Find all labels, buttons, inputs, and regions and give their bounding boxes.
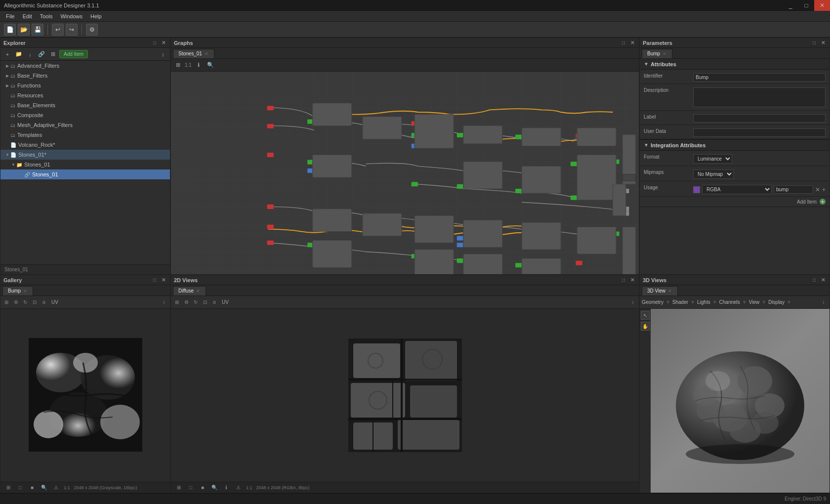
gallery-settings-icon[interactable]: ⚙ — [12, 298, 20, 306]
tree-composite[interactable]: 🗂 Composite — [0, 110, 170, 120]
3d-view-btn[interactable]: View — [749, 299, 760, 305]
tree-stones01-link[interactable]: 🔗 Stones_01 — [0, 169, 170, 179]
graph-zoom-btn[interactable]: 🔍 — [206, 60, 215, 70]
undo-button[interactable]: ↩ — [52, 24, 64, 36]
close-button[interactable]: ✕ — [814, 0, 830, 11]
2d-scroll-icon[interactable]: ↕ — [629, 298, 637, 306]
graph-canvas[interactable] — [171, 72, 639, 274]
3d-scroll-icon[interactable]: ↕ — [820, 298, 828, 306]
3d-channels-btn[interactable]: Channels — [719, 299, 740, 305]
explorer-float-btn[interactable]: □ — [151, 40, 158, 46]
usage-delete-btn[interactable]: ✕ — [815, 186, 820, 193]
parameters-close-btn[interactable]: ✕ — [820, 40, 827, 46]
views2d-content[interactable] — [171, 309, 639, 482]
2d-fit-icon[interactable]: ⊞ — [173, 298, 181, 306]
minimize-button[interactable]: _ — [783, 0, 798, 11]
2d-rotate-icon[interactable]: ↻ — [192, 298, 200, 306]
footer-display-icon[interactable]: □ — [16, 484, 24, 492]
parameters-tab-close[interactable]: ✕ — [662, 51, 667, 56]
identifier-input[interactable] — [693, 73, 826, 82]
parameters-tab-bump[interactable]: Bump ✕ — [642, 49, 672, 58]
views2d-float-btn[interactable]: □ — [620, 277, 627, 284]
3d-geometry-btn[interactable]: Geometry — [642, 299, 664, 305]
new-button[interactable]: 📄 — [4, 24, 16, 36]
explorer-view-btn[interactable]: ⊞ — [48, 49, 58, 59]
3d-hand-icon[interactable]: ✋ — [641, 322, 650, 331]
gallery-fit-icon[interactable]: ⊞ — [2, 298, 10, 306]
explorer-add-btn[interactable]: + — [2, 49, 12, 59]
2d-footer-display-icon[interactable]: □ — [187, 484, 195, 492]
tree-base-filters[interactable]: ▶ 🗂 Base_Filters — [0, 71, 170, 81]
explorer-close-btn[interactable]: ✕ — [160, 40, 167, 46]
save-button[interactable]: 💾 — [32, 24, 43, 36]
format-select[interactable]: Luminance RGBA RGB — [693, 154, 732, 164]
menu-file[interactable]: File — [2, 12, 19, 20]
3d-shader-btn[interactable]: Shader — [672, 299, 688, 305]
settings-button[interactable]: ⚙ — [86, 24, 98, 36]
graphs-close-btn[interactable]: ✕ — [629, 40, 636, 46]
footer-zoom-icon[interactable]: 🔍 — [40, 484, 48, 492]
usage-rgba-select[interactable]: RGBA — [702, 185, 772, 194]
usage-bump-input[interactable] — [774, 185, 813, 194]
2d-alpha-icon[interactable]: α — [210, 298, 218, 306]
tree-volcano[interactable]: 📄 Volcano_Rock* — [0, 140, 170, 150]
2d-footer-grid-icon[interactable]: ⊞ — [175, 484, 183, 492]
graphs-float-btn[interactable]: □ — [620, 40, 627, 46]
menu-windows[interactable]: Windows — [56, 12, 86, 20]
tree-stones01-sub[interactable]: ▼ 📁 Stones_01 — [0, 160, 170, 169]
userdata-input[interactable] — [693, 128, 826, 137]
add-item-button[interactable]: + — [820, 199, 826, 205]
views2d-close-btn[interactable]: ✕ — [629, 277, 636, 284]
2d-settings-icon[interactable]: ⚙ — [182, 298, 190, 306]
2d-footer-color-icon[interactable]: ■ — [199, 484, 207, 492]
graphs-tab-close[interactable]: ✕ — [204, 51, 209, 56]
maximize-button[interactable]: □ — [798, 0, 814, 11]
2d-channels-icon[interactable]: ⊡ — [201, 298, 209, 306]
redo-button[interactable]: ↪ — [66, 24, 78, 36]
explorer-link-btn[interactable]: 🔗 — [37, 49, 46, 59]
tree-templates[interactable]: 🗂 Templates — [0, 130, 170, 140]
menu-edit[interactable]: Edit — [19, 12, 36, 20]
menu-tools[interactable]: Tools — [36, 12, 57, 20]
mipmaps-select[interactable]: No Mipmap Full — [693, 169, 734, 179]
explorer-folder-btn[interactable]: 📁 — [14, 49, 24, 59]
footer-grid-icon[interactable]: ⊞ — [4, 484, 12, 492]
3d-cursor-icon[interactable]: ↖ — [641, 311, 650, 320]
views2d-tab-diffuse[interactable]: Diffuse ✕ — [173, 286, 206, 295]
views2d-tab-close[interactable]: ✕ — [196, 289, 201, 294]
description-input[interactable] — [693, 87, 826, 107]
gallery-alpha-icon[interactable]: α — [40, 298, 48, 306]
graph-info-btn[interactable]: ℹ — [194, 60, 204, 70]
publish-button[interactable]: Add Item — [59, 50, 88, 58]
views3d-float-btn[interactable]: □ — [811, 277, 818, 284]
views3d-tab-3dview[interactable]: 3D View ✕ — [642, 286, 678, 295]
tree-resources[interactable]: 🗂 Resources — [0, 90, 170, 100]
gallery-rotate-icon[interactable]: ↻ — [21, 298, 29, 306]
explorer-import-btn[interactable]: ↓ — [25, 49, 35, 59]
gallery-close-btn[interactable]: ✕ — [160, 277, 167, 284]
graphs-tab-stones01[interactable]: Stones_01 ✕ — [173, 49, 214, 58]
explorer-scroll-btn[interactable]: ↕ — [158, 49, 168, 59]
tree-functions[interactable]: ▶ 🗂 Functions — [0, 81, 170, 90]
gallery-float-btn[interactable]: □ — [151, 277, 158, 284]
views3d-close-btn[interactable]: ✕ — [820, 277, 827, 284]
usage-add-btn[interactable]: + — [822, 186, 826, 193]
gallery-channels-icon[interactable]: ⊡ — [31, 298, 39, 306]
open-button[interactable]: 📂 — [18, 24, 30, 36]
views3d-tab-close[interactable]: ✕ — [667, 289, 672, 294]
label-input[interactable] — [693, 114, 826, 123]
gallery-tab-bump[interactable]: Bump ✕ — [2, 286, 33, 295]
graph-fit-btn[interactable]: ⊞ — [173, 60, 183, 70]
parameters-float-btn[interactable]: □ — [811, 40, 818, 46]
tree-mesh-adaptive[interactable]: 🗂 Mesh_Adaptive_Filters — [0, 120, 170, 130]
views3d-content[interactable]: ↖ ✋ — [640, 309, 830, 493]
gallery-scroll-icon[interactable]: ↕ — [160, 298, 168, 306]
tree-advanced-filters[interactable]: ▶ 🗂 Advanced_Filters — [0, 61, 170, 71]
2d-footer-zoom-icon[interactable]: 🔍 — [210, 484, 218, 492]
menu-help[interactable]: Help — [86, 12, 106, 20]
tree-base-elements[interactable]: 🗂 Base_Elements — [0, 100, 170, 110]
3d-display-btn[interactable]: Display — [768, 299, 785, 305]
footer-color-icon[interactable]: ■ — [28, 484, 36, 492]
gallery-tab-close[interactable]: ✕ — [23, 289, 28, 294]
tree-stones01[interactable]: ▼ 📄 Stones_01* — [0, 150, 170, 160]
